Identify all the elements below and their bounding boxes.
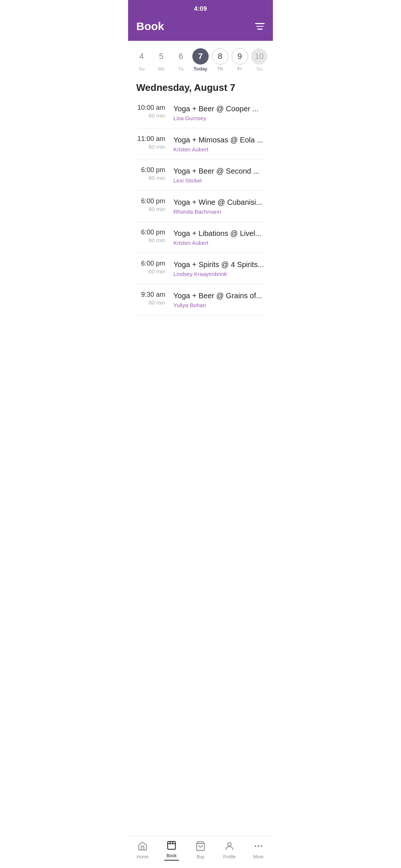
class-time: 9:30 am 60 min [136,291,173,306]
class-info: Yoga + Mimosas @ Eola ... Kristen Aubert [173,135,265,152]
class-duration: 60 min [136,175,165,181]
class-time: 6:00 pm 60 min [136,197,173,212]
class-instructor: Lexi Stickel [173,177,265,184]
class-time-main: 10:00 am [136,104,165,112]
class-name: Yoga + Beer @ Grains of... [173,291,265,300]
class-time: 10:00 am 60 min [136,104,173,119]
class-instructor: Lindsey Kraayenbrink [173,271,265,277]
class-instructor: Lisa Gurnsey [173,115,265,121]
day-label: Th [217,66,223,72]
calendar-day-7[interactable]: 7 Today [192,48,209,72]
class-duration: 60 min [136,112,165,119]
calendar-strip: 4 Su 5 Mo 6 Tu 7 Today 8 Th 9 Fr 10 Sa [128,41,273,75]
calendar-day-10[interactable]: 10 Sa [251,48,267,72]
filter-line-1 [255,23,265,24]
class-time: 6:00 pm 60 min [136,228,173,243]
filter-icon [255,23,265,30]
filter-button[interactable] [255,23,265,30]
class-time-main: 6:00 pm [136,166,165,174]
class-duration: 60 min [136,206,165,212]
class-name: Yoga + Wine @ Cubanisi... [173,197,265,207]
calendar-day-8[interactable]: 8 Th [212,48,228,72]
day-number: 6 [173,48,189,65]
day-number: 5 [153,48,169,65]
class-info: Yoga + Wine @ Cubanisi... Rhonda Bachman… [173,197,265,215]
day-number: 4 [133,48,150,65]
class-time-main: 9:30 am [136,291,165,299]
day-number: 9 [232,48,248,65]
class-name: Yoga + Mimosas @ Eola ... [173,135,265,145]
class-info: Yoga + Beer @ Cooper ... Lisa Gurnsey [173,104,265,121]
class-time-main: 6:00 pm [136,260,165,267]
header: Book [128,16,273,41]
day-label: Sa [257,66,263,72]
class-name: Yoga + Beer @ Second ... [173,166,265,176]
day-label: Today [193,66,207,72]
class-instructor: Yuliya Bohan [173,302,265,308]
class-name: Yoga + Spirits @ 4 Spirits... [173,260,265,269]
class-list: 10:00 am 60 min Yoga + Beer @ Cooper ...… [128,97,273,315]
class-item[interactable]: 6:00 pm 60 min Yoga + Spirits @ 4 Spirit… [136,253,265,284]
day-number: 7 [192,48,209,65]
class-duration: 60 min [136,268,165,274]
class-time-main: 6:00 pm [136,228,165,236]
status-time: 4:09 [194,5,207,12]
class-time-main: 6:00 pm [136,197,165,205]
class-time: 11:00 am 60 min [136,135,173,150]
page-title: Book [136,20,164,33]
class-name: Yoga + Beer @ Cooper ... [173,104,265,114]
day-label: Tu [178,66,184,72]
day-number: 10 [251,48,267,65]
filter-line-2 [256,26,264,27]
calendar-day-6[interactable]: 6 Tu [173,48,189,72]
class-instructor: Kristen Aubert [173,146,265,152]
class-item[interactable]: 6:00 pm 60 min Yoga + Wine @ Cubanisi...… [136,191,265,222]
day-label: Mo [158,66,164,72]
day-label: Fr [238,66,242,72]
class-time-main: 11:00 am [136,135,165,143]
calendar-day-4[interactable]: 4 Su [133,48,150,72]
class-info: Yoga + Beer @ Second ... Lexi Stickel [173,166,265,184]
class-instructor: Kristen Aubert [173,240,265,246]
class-instructor: Rhonda Bachmann [173,208,265,215]
class-info: Yoga + Libations @ Livel... Kristen Aube… [173,228,265,246]
calendar-day-5[interactable]: 5 Mo [153,48,169,72]
calendar-day-9[interactable]: 9 Fr [232,48,248,72]
class-time: 6:00 pm 60 min [136,260,173,274]
day-number: 8 [212,48,228,65]
class-duration: 60 min [136,144,165,150]
class-item[interactable]: 6:00 pm 60 min Yoga + Libations @ Livel.… [136,222,265,253]
filter-line-3 [257,29,263,30]
class-time: 6:00 pm 60 min [136,166,173,181]
class-item[interactable]: 6:00 pm 60 min Yoga + Beer @ Second ... … [136,160,265,191]
class-duration: 60 min [136,237,165,243]
day-label: Su [138,66,144,72]
class-item[interactable]: 11:00 am 60 min Yoga + Mimosas @ Eola ..… [136,128,265,160]
class-item[interactable]: 10:00 am 60 min Yoga + Beer @ Cooper ...… [136,97,265,128]
status-bar: 4:09 [128,0,273,16]
class-duration: 60 min [136,299,165,306]
date-heading: Wednesday, August 7 [128,75,273,97]
class-item[interactable]: 9:30 am 60 min Yoga + Beer @ Grains of..… [136,284,265,315]
class-info: Yoga + Beer @ Grains of... Yuliya Bohan [173,291,265,308]
class-info: Yoga + Spirits @ 4 Spirits... Lindsey Kr… [173,260,265,277]
class-name: Yoga + Libations @ Livel... [173,228,265,238]
